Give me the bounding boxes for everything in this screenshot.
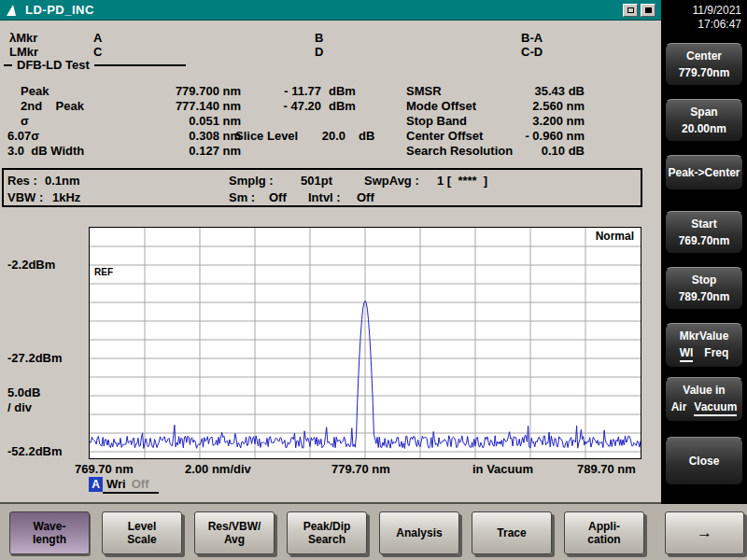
window-restore-button[interactable] <box>623 4 638 17</box>
intvl-label: Intvl : <box>308 190 341 204</box>
softkey-stop[interactable]: Stop 789.70nm <box>665 267 743 310</box>
softkey-close-label: Close <box>689 455 720 468</box>
softkey-center[interactable]: Center 779.70nm <box>665 43 743 86</box>
softkey-span[interactable]: Span 20.00nm <box>665 99 743 142</box>
y-axis-mid-label: -27.2dBm <box>7 351 63 365</box>
titlebar: LD-PD_INC <box>0 0 661 21</box>
six-sigma-label: 6.07σ <box>7 129 39 143</box>
y-axis-bottom-label: -52.2dBm <box>7 444 63 458</box>
softkey-close[interactable]: Close <box>665 437 743 485</box>
spectrum-plot <box>90 228 641 458</box>
fkey-trace[interactable]: Trace <box>472 511 552 554</box>
softkey-mkr-value-label: MkrValue <box>680 329 729 343</box>
fkey-wavelength[interactable]: Wave- length <box>9 511 90 554</box>
sigma-value: 0.051 nm <box>131 114 241 128</box>
softkey-panel: 11/9/2021 17:06:47 Center 779.70nm Span … <box>661 0 747 504</box>
softkey-mkr-value[interactable]: MkrValue Wl Freq <box>665 323 743 368</box>
sigma-label: σ <box>21 114 29 128</box>
mode-offset-value: 2.560 nm <box>486 99 585 113</box>
analysis-section-title: DFB-LD Test <box>17 58 90 72</box>
more-arrow-icon: → <box>697 526 712 539</box>
window-title: LD-PD_INC <box>25 3 94 17</box>
softkey-stop-label: Stop <box>692 273 717 287</box>
x-axis-stop-label: 789.70 nm <box>577 462 636 476</box>
fkey-more[interactable]: → <box>665 511 744 554</box>
softkey-peak-to-center[interactable]: Peak->Center <box>665 155 743 190</box>
softkey-peak-to-center-label: Peak->Center <box>668 166 740 179</box>
second-peak-level-unit: dBm <box>329 99 356 113</box>
y-axis-top-label: -2.2dBm <box>7 258 55 272</box>
y-axis-scale-label: 5.0dB <box>7 385 40 399</box>
peak-label: Peak <box>21 84 49 98</box>
second-peak-level-value: - 47.20 <box>263 99 321 113</box>
softkey-value-in-air-option[interactable]: Air <box>671 400 687 416</box>
x-axis-center-label: 779.70 nm <box>331 462 390 476</box>
fkey-application[interactable]: Appli- cation <box>564 511 644 554</box>
ref-level-label: REF <box>94 267 113 277</box>
fkey-level-scale-line1: Level <box>128 520 157 533</box>
lambda-marker-label: λMkr <box>9 31 37 45</box>
stop-band-label: Stop Band <box>406 114 467 128</box>
analysis-section-header: DFB-LD Test <box>4 58 186 72</box>
smplg-label: Smplg : <box>229 174 274 188</box>
second-peak-label: 2nd Peak <box>21 99 84 113</box>
date-label: 11/9/2021 <box>693 4 742 18</box>
fkey-analysis-line1: Analysis <box>396 526 442 539</box>
softkey-center-value: 779.70nm <box>679 66 730 79</box>
anritsu-logo-icon <box>6 4 21 17</box>
softkey-span-value: 20.00nm <box>682 122 726 135</box>
softkey-stop-value: 789.70nm <box>679 290 730 303</box>
vbw-value: 1kHz <box>52 190 80 204</box>
softkey-start-value: 769.70nm <box>679 234 730 247</box>
x-axis-div-label: 2.00 nm/div <box>185 462 251 476</box>
softkey-start-label: Start <box>691 217 716 231</box>
width-3db-value: 0.127 nm <box>131 144 241 158</box>
time-label: 17:06:47 <box>693 18 742 32</box>
trace-status: A WriOff <box>89 477 159 494</box>
marker-b-label: B <box>315 31 323 45</box>
softkey-value-in-vacuum-option[interactable]: Vacuum <box>694 400 737 416</box>
datetime-display: 11/9/2021 17:06:47 <box>693 4 742 32</box>
fkey-level-scale[interactable]: Level Scale <box>102 511 182 554</box>
fkey-peak-dip-search-line2: Search <box>308 533 345 546</box>
softkey-center-label: Center <box>686 49 722 63</box>
fkey-peak-dip-search[interactable]: Peak/Dip Search <box>287 511 367 554</box>
trace-write-state: WriOff <box>103 477 159 494</box>
intvl-value: Off <box>357 190 374 204</box>
marker-ba-label: B-A <box>521 31 543 45</box>
header-rule-right <box>94 64 186 66</box>
stop-band-value: 3.200 nm <box>486 114 585 128</box>
softkey-start[interactable]: Start 769.70nm <box>665 211 743 254</box>
softkey-value-in-label: Value in <box>683 384 725 397</box>
level-marker-label: LMkr <box>9 45 38 59</box>
mode-offset-label: Mode Offset <box>406 99 476 113</box>
fkey-trace-line1: Trace <box>497 526 526 539</box>
softkey-mkr-value-freq-option[interactable]: Freq <box>704 346 728 362</box>
marker-d-label: D <box>315 45 323 59</box>
fkey-application-line2: cation <box>587 533 620 546</box>
peak-wavelength-value: 779.700 nm <box>131 84 241 98</box>
window-maximize-button[interactable] <box>641 4 655 17</box>
softkey-value-in[interactable]: Value in Air Vacuum <box>665 377 743 422</box>
fkey-res-vbw-avg-line1: Res/VBW/ <box>208 520 261 533</box>
window-restore-icon <box>627 7 634 13</box>
x-axis-start-label: 769.70 nm <box>75 462 134 476</box>
softkey-mkr-value-wl-option[interactable]: Wl <box>680 346 694 362</box>
width-3db-label: 3.0 dB Width <box>7 144 84 158</box>
swpavg-label: SwpAvg : <box>364 174 419 188</box>
smplg-value: 501pt <box>301 174 332 188</box>
fkey-res-vbw-avg[interactable]: Res/VBW/ Avg <box>194 511 275 554</box>
sm-label: Sm : <box>229 190 255 204</box>
marker-c-label: C <box>93 45 102 59</box>
peak-level-value: - 11.77 <box>263 84 321 98</box>
spectrum-graph: Normal REF <box>89 227 641 459</box>
trace-mode-label: Normal <box>596 230 634 243</box>
slice-level-value: 20.0 <box>314 129 345 143</box>
fkey-wavelength-line1: Wave- <box>34 520 66 533</box>
fkey-application-line1: Appli- <box>588 520 620 533</box>
marker-a-label: A <box>93 31 102 45</box>
fkey-analysis[interactable]: Analysis <box>379 511 459 554</box>
center-offset-value: - 0.960 nm <box>486 129 585 143</box>
center-offset-label: Center Offset <box>406 129 483 143</box>
window-maximize-icon <box>645 7 652 13</box>
